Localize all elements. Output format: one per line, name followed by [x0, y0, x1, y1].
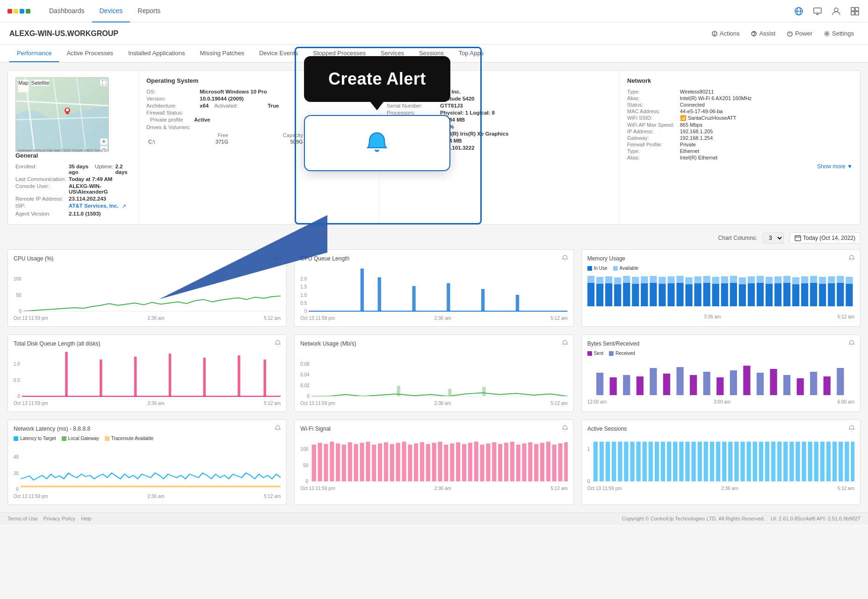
svg-rect-199 — [637, 442, 641, 482]
svg-rect-123 — [448, 389, 451, 396]
svg-rect-67 — [650, 276, 657, 283]
disk-queue-svg — [22, 351, 281, 397]
active-sessions-title: Active Sessions — [587, 426, 854, 432]
user-icon[interactable] — [831, 6, 842, 17]
tab-device-events[interactable]: Device Events — [252, 45, 305, 62]
tab-services[interactable]: Services — [373, 45, 412, 62]
bytes-sent-bell[interactable] — [848, 339, 855, 348]
tab-top-apps[interactable]: Top Apps — [451, 45, 492, 62]
svg-rect-129 — [623, 375, 630, 395]
svg-rect-72 — [676, 283, 683, 306]
tab-active-processes[interactable]: Active Processes — [59, 45, 121, 62]
tab-performance[interactable]: Performance — [9, 45, 59, 62]
svg-rect-221 — [771, 442, 775, 482]
network-usage-title: Network Usage (Mb/s) — [300, 340, 567, 347]
svg-rect-81 — [712, 277, 719, 284]
monitor-icon[interactable] — [812, 6, 823, 17]
svg-rect-90 — [756, 283, 763, 306]
svg-rect-176 — [480, 445, 484, 482]
network-latency-bell[interactable] — [274, 425, 282, 433]
svg-text:+: + — [102, 137, 106, 145]
svg-rect-179 — [498, 444, 502, 482]
svg-rect-94 — [774, 283, 781, 306]
general-enrolled: Enrolled: 35 days ago Uptime: 2.2 days — [15, 164, 131, 175]
settings-button[interactable]: Settings — [819, 28, 859, 39]
svg-rect-206 — [679, 442, 683, 482]
svg-rect-173 — [462, 444, 466, 482]
drives-table: Free Capacity Encrypt C:\ 371G 509G no — [146, 132, 371, 145]
network-usage-bell[interactable] — [561, 339, 569, 348]
nav-reports[interactable]: Reports — [130, 0, 168, 22]
disk-queue-bell[interactable] — [274, 339, 282, 348]
svg-rect-197 — [624, 442, 629, 482]
svg-rect-47 — [447, 283, 450, 311]
svg-rect-165 — [414, 443, 418, 481]
cpu-queue-svg — [309, 266, 567, 312]
privacy-link[interactable]: Privacy Policy — [43, 516, 75, 521]
svg-rect-154 — [348, 442, 352, 482]
svg-rect-92 — [766, 284, 773, 306]
tab-missing-patches[interactable]: Missing Patches — [193, 45, 252, 62]
logo-dot-yellow — [14, 9, 18, 14]
svg-rect-99 — [792, 277, 799, 284]
terms-link[interactable]: Terms of Use — [7, 516, 38, 521]
chart-active-sessions: Active Sessions 1 0 — [581, 419, 861, 505]
chart-date-picker[interactable]: Today (Oct 14, 2022) — [789, 232, 861, 244]
help-link[interactable]: Help — [81, 516, 92, 521]
tab-sessions[interactable]: Sessions — [412, 45, 451, 62]
chart-bytes-sent: Bytes Sent/Received Sent Received — [581, 334, 861, 412]
bytes-sent-labels: 12:00 am 3:00 am 6:00 am — [587, 399, 854, 404]
svg-rect-145 — [837, 368, 844, 395]
show-more-link[interactable]: Show more — [817, 163, 846, 170]
device-title: ALEXG-WIN-US.WORKGROUP — [9, 29, 118, 38]
svg-rect-208 — [692, 442, 696, 482]
svg-rect-156 — [360, 443, 364, 482]
cpu-usage-bell[interactable] — [274, 254, 282, 263]
svg-rect-3 — [814, 8, 821, 13]
chart-cpu-queue: CPU Queue Length 2.01.51.00.50 — [294, 249, 573, 327]
svg-rect-232 — [839, 442, 843, 482]
svg-rect-160 — [384, 442, 388, 482]
svg-rect-116 — [169, 354, 172, 396]
chart-columns-label: Chart Columns: — [718, 235, 757, 241]
active-sessions-bell[interactable] — [848, 425, 855, 433]
svg-rect-168 — [432, 443, 436, 482]
svg-rect-76 — [694, 283, 701, 306]
cpu-queue-labels: Oct 13 11:59 pm 2:36 am 5:12 am — [300, 316, 567, 321]
grid-icon[interactable] — [849, 6, 861, 17]
svg-rect-44 — [361, 268, 364, 311]
svg-rect-64 — [641, 283, 648, 306]
assist-button[interactable]: Assist — [746, 28, 780, 39]
svg-rect-66 — [650, 283, 657, 306]
svg-rect-203 — [661, 442, 665, 482]
tab-installed-apps[interactable]: Installed Applications — [121, 45, 192, 62]
svg-rect-225 — [796, 442, 800, 482]
memory-bell[interactable] — [848, 254, 855, 263]
chart-memory: Memory Usage In Use Available — [581, 249, 861, 327]
nav-dashboards[interactable]: Dashboards — [42, 0, 92, 22]
svg-rect-142 — [796, 378, 803, 395]
svg-rect-127 — [596, 373, 603, 395]
cpu-queue-bell[interactable] — [561, 254, 569, 263]
svg-rect-61 — [623, 276, 630, 283]
tab-stopped-processes[interactable]: Stopped Processes — [305, 45, 373, 62]
svg-rect-194 — [606, 442, 610, 482]
svg-rect-182 — [516, 445, 521, 482]
svg-rect-200 — [643, 442, 647, 482]
nav-devices[interactable]: Devices — [92, 0, 130, 22]
svg-rect-164 — [408, 445, 412, 482]
svg-rect-117 — [203, 358, 206, 397]
svg-rect-201 — [649, 442, 653, 482]
bytes-sent-svg — [587, 359, 854, 396]
svg-rect-196 — [618, 442, 622, 482]
wifi-signal-bell[interactable] — [561, 425, 569, 433]
actions-button[interactable]: Actions — [707, 28, 745, 39]
logo-dot-red — [7, 9, 12, 14]
svg-rect-107 — [828, 276, 835, 283]
svg-rect-97 — [783, 276, 790, 283]
svg-rect-230 — [826, 442, 831, 482]
chart-columns-select[interactable]: 3 2 4 — [763, 232, 784, 244]
power-button[interactable]: Power — [782, 28, 817, 39]
globe-icon[interactable] — [793, 6, 804, 17]
svg-point-6 — [834, 8, 838, 12]
